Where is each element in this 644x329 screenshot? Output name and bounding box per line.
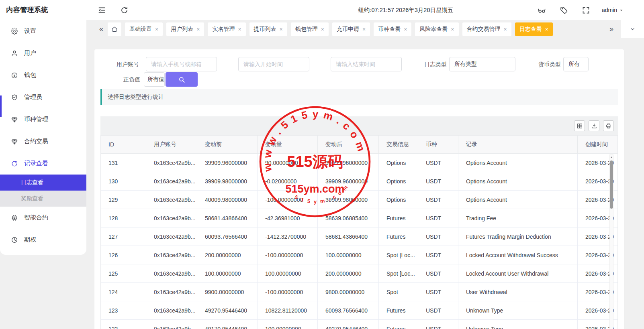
search-icon bbox=[178, 76, 185, 83]
diamond-icon bbox=[11, 138, 18, 145]
tab[interactable]: 钱包管理 × bbox=[291, 22, 329, 36]
cell-trade-info: Futures bbox=[379, 320, 418, 329]
table-row[interactable]: 130 0x163ce42a9b... 39909.98000000 -0.02… bbox=[101, 172, 618, 191]
tab[interactable]: 充币申请 × bbox=[332, 22, 370, 36]
tab[interactable]: 用户列表 × bbox=[166, 22, 204, 36]
start-time-input[interactable] bbox=[238, 57, 309, 71]
table-header-cell[interactable]: 记录 bbox=[458, 136, 578, 153]
table-row[interactable]: 125 0x163ce42a9b... 100.00000000 100.000… bbox=[101, 264, 618, 283]
table-header-cell[interactable]: ID bbox=[101, 136, 146, 153]
table-header-cell[interactable]: 变动后 bbox=[318, 136, 379, 153]
tab[interactable]: 日志查看 × bbox=[515, 22, 553, 36]
tab[interactable]: 合约交易管理 × bbox=[462, 22, 511, 36]
sign-select[interactable]: 所有值 bbox=[144, 72, 165, 87]
cell-before: 40009.98000000 bbox=[197, 191, 258, 209]
tab[interactable]: 风险率查看 × bbox=[415, 22, 458, 36]
table-row[interactable]: 124 0x163ce42a9b... 9900.00000000 -100.0… bbox=[101, 283, 618, 301]
close-tab-icon[interactable]: × bbox=[321, 26, 324, 32]
toolbar-button[interactable] bbox=[603, 120, 614, 131]
sidebar-item[interactable]: 合约交易 bbox=[0, 130, 86, 152]
table-header-cell[interactable]: 变动量 bbox=[258, 136, 318, 153]
cell-before: 200.00000000 bbox=[197, 246, 258, 264]
end-time-input[interactable] bbox=[331, 57, 402, 71]
table-header-cell[interactable]: 变动前 bbox=[197, 136, 258, 153]
scroll-up-icon[interactable]: ▲ bbox=[610, 155, 613, 160]
tab-list-dropdown[interactable] bbox=[621, 20, 644, 38]
table-row[interactable]: 129 0x163ce42a9b... 40009.98000000 -100.… bbox=[101, 191, 618, 209]
scrollbar-thumb[interactable] bbox=[610, 160, 613, 209]
account-input[interactable] bbox=[146, 57, 217, 71]
tabs-scroll-left-icon[interactable]: « bbox=[98, 25, 104, 33]
close-tab-icon[interactable]: × bbox=[504, 26, 507, 32]
table-header-cell[interactable]: 创建时间 bbox=[578, 136, 618, 153]
sidebar-item[interactable]: 管理员 bbox=[0, 86, 86, 108]
close-tab-icon[interactable]: × bbox=[545, 26, 548, 32]
cell-before: 58681.43866400 bbox=[197, 209, 258, 227]
sidebar-item[interactable]: 记录查看 bbox=[0, 152, 86, 175]
sidebar-item[interactable]: 智能合约 bbox=[0, 207, 86, 229]
table-row[interactable]: 127 0x163ce42a9b... 60093.76566400 -1412… bbox=[101, 227, 618, 246]
close-tab-icon[interactable]: × bbox=[155, 26, 158, 32]
menu-fold-icon[interactable] bbox=[97, 5, 106, 15]
datetime-display: 纽约:07:21:57 2026年3月20日星期五 bbox=[341, 0, 470, 20]
sidebar-item[interactable]: 币种管理 bbox=[0, 108, 86, 130]
table-row[interactable]: 128 0x163ce42a9b... 58681.43866400 -42.3… bbox=[101, 209, 618, 227]
cell-id: 131 bbox=[101, 154, 146, 172]
cell-account: 0x163ce42a9b... bbox=[146, 283, 197, 301]
refresh-icon[interactable] bbox=[119, 5, 129, 15]
cell-id: 130 bbox=[101, 172, 146, 190]
sidebar-item[interactable]: 期权 bbox=[0, 229, 86, 251]
table-row[interactable]: 123 0x163ce42a9b... 49270.95446400 10822… bbox=[101, 301, 618, 320]
table-row[interactable]: 126 0x163ce42a9b... 200.00000000 -100.00… bbox=[101, 246, 618, 264]
cell-after: 60093.76566400 bbox=[318, 301, 379, 319]
tag-icon[interactable] bbox=[559, 5, 568, 15]
cell-after: 200.00000000 bbox=[318, 264, 379, 282]
table-header-cell[interactable]: 用户账号 bbox=[146, 136, 197, 153]
cell-record: Options Account bbox=[458, 172, 578, 190]
sidebar-item[interactable]: 钱包 bbox=[0, 64, 86, 86]
sidebar-scrollbar-thumb[interactable] bbox=[0, 95, 2, 117]
sidebar-item-label: 管理员 bbox=[24, 93, 42, 101]
user-menu[interactable]: admin bbox=[602, 0, 624, 20]
close-tab-icon[interactable]: × bbox=[451, 26, 454, 32]
sidebar-item[interactable]: 用户 bbox=[0, 42, 86, 64]
sidebar-item[interactable]: 日志查看 bbox=[0, 175, 86, 191]
toolbar-button[interactable] bbox=[574, 120, 585, 131]
cell-id: 129 bbox=[101, 191, 146, 209]
cell-before: 49170.95446400 bbox=[197, 320, 258, 329]
tab-label: 合约交易管理 bbox=[467, 26, 501, 33]
tab[interactable]: 基础设置 × bbox=[125, 22, 163, 36]
close-tab-icon[interactable]: × bbox=[196, 26, 200, 32]
glasses-icon[interactable] bbox=[537, 5, 546, 15]
cell-coin: USDT bbox=[418, 283, 458, 301]
log-type-select[interactable]: 所有类型 bbox=[449, 57, 515, 71]
toolbar-button[interactable] bbox=[589, 120, 599, 131]
table-row[interactable]: 131 0x163ce42a9b... 39909.96000000 90.00… bbox=[101, 154, 618, 172]
currency-type-select[interactable]: 所有 bbox=[563, 57, 589, 71]
table-scrollbar[interactable]: ▲ bbox=[609, 154, 613, 329]
tabs-scroll-right-icon[interactable]: » bbox=[609, 25, 614, 33]
cell-change: 10822.81120000 bbox=[258, 301, 318, 319]
cell-before: 60093.76566400 bbox=[197, 227, 258, 246]
table-row[interactable]: 122 0x163ce42a9b... 49170.95446400 100.0… bbox=[101, 320, 618, 329]
home-tab[interactable] bbox=[108, 22, 121, 36]
fullscreen-icon[interactable] bbox=[581, 5, 591, 15]
close-tab-icon[interactable]: × bbox=[362, 26, 366, 32]
cell-before: 39909.98000000 bbox=[197, 172, 258, 190]
tab[interactable]: 提币列表 × bbox=[249, 22, 287, 36]
table-header-cell[interactable]: 交易信息 bbox=[379, 136, 418, 153]
close-tab-icon[interactable]: × bbox=[280, 26, 283, 32]
currency-type-label: 货币类型 bbox=[538, 57, 561, 71]
sidebar-item[interactable]: 设置 bbox=[0, 20, 86, 42]
table-header-cell[interactable]: 币种 bbox=[418, 136, 458, 153]
main-panel: 用户账号 日志类型 所有类型 货币类型 所有 正负值 所有值 选择日志类型进行统… bbox=[94, 49, 624, 329]
tab[interactable]: 实名管理 × bbox=[208, 22, 245, 36]
close-tab-icon[interactable]: × bbox=[238, 26, 241, 32]
tab-label: 充币申请 bbox=[337, 26, 359, 33]
close-tab-icon[interactable]: × bbox=[404, 26, 407, 32]
cell-coin: USDT bbox=[418, 154, 458, 172]
sign-label: 正负值 bbox=[123, 72, 140, 87]
tab[interactable]: 币种查看 × bbox=[374, 22, 411, 36]
search-button[interactable] bbox=[166, 72, 198, 87]
sidebar-item[interactable]: 奖励查看 bbox=[0, 191, 86, 207]
